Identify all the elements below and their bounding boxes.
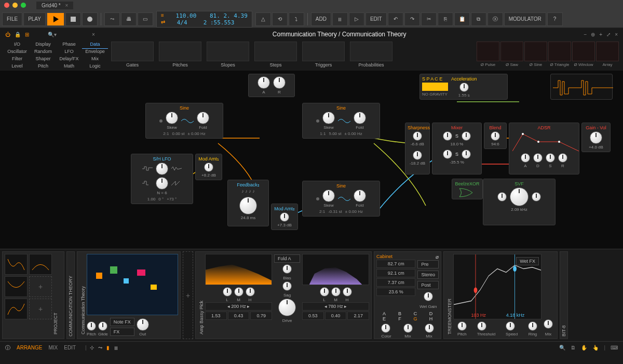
print-button[interactable]: 🖶: [121, 12, 137, 26]
knob[interactable]: [204, 163, 213, 172]
device-commtheory[interactable]: Communication Theory Pitch Glide Note FX…: [77, 251, 181, 339]
module-feedback[interactable]: Feedback₂ ♪ ♪ ♪ ♪ 24.8 ms: [227, 180, 269, 226]
route-icon[interactable]: ⤳: [98, 345, 102, 350]
copy-button[interactable]: ⎘: [438, 12, 453, 26]
edit-tab[interactable]: EDIT: [64, 345, 76, 350]
fx-button[interactable]: FX: [110, 328, 134, 336]
knob-threshold[interactable]: [477, 321, 486, 331]
knob-fold[interactable]: [197, 112, 209, 124]
knob-bias[interactable]: [282, 264, 292, 274]
undo-button[interactable]: ↶: [388, 12, 403, 26]
category-oscillator[interactable]: Oscillator: [4, 49, 30, 56]
category-logic[interactable]: Logic: [82, 63, 108, 71]
file-button[interactable]: FILE: [2, 12, 22, 26]
module-shlfo[interactable]: S/H LFO N = 6 1.000 °+73 °: [131, 154, 193, 204]
knob-speed[interactable]: [506, 321, 515, 331]
cab-slot-C[interactable]: C: [408, 311, 423, 316]
knob-a[interactable]: [258, 76, 270, 89]
cab-slot-A[interactable]: A: [376, 311, 392, 316]
knob-a[interactable]: [521, 153, 530, 163]
paste-button[interactable]: 📋: [454, 12, 470, 26]
panel-button[interactable]: ▭: [138, 12, 153, 26]
mixer-icon[interactable]: ⫼: [114, 345, 119, 350]
module-sine1[interactable]: Sine Skew Fold 2:10.00 st± 0.00 Hz: [145, 103, 223, 139]
knob[interactable]: [532, 192, 541, 201]
category-i/o[interactable]: I/O: [4, 42, 30, 49]
redo-button[interactable]: ↷: [404, 12, 420, 26]
cab-slot-B[interactable]: B: [392, 311, 408, 316]
preview-pitches[interactable]: Pitches: [159, 42, 201, 70]
knob[interactable]: [331, 287, 341, 296]
category-envelope[interactable]: Envelope: [82, 49, 108, 56]
module-gain[interactable]: Gain - Vol +4.0 dB: [581, 123, 611, 152]
power-icon[interactable]: ⏻: [5, 32, 10, 37]
knob[interactable]: [322, 190, 335, 202]
grid-canvas[interactable]: A R Sine Skew Fold 2:10.00 st± 0.00 Hz S…: [0, 71, 623, 249]
module-modamt2[interactable]: Mod Amt₂ +7.3 dB: [271, 204, 298, 230]
help-button[interactable]: ?: [547, 12, 563, 26]
knob-drive[interactable]: [278, 299, 296, 316]
knob[interactable]: [497, 192, 507, 201]
cabinet-icon[interactable]: ⌀: [436, 254, 439, 260]
knob-s[interactable]: [546, 153, 555, 163]
cab-slot-G[interactable]: G: [408, 316, 423, 321]
cut-button[interactable]: ✂: [421, 12, 437, 26]
knob[interactable]: [354, 190, 366, 202]
modulator-button[interactable]: MODULATOR: [504, 12, 546, 26]
hand-icon[interactable]: ✋: [581, 345, 587, 350]
knob-sag[interactable]: [282, 281, 292, 291]
knob[interactable]: [462, 131, 471, 141]
preview-gates[interactable]: Gates: [111, 42, 154, 70]
knob-mix[interactable]: [544, 319, 553, 329]
knob[interactable]: [320, 287, 329, 296]
close-window[interactable]: [4, 3, 9, 8]
knob[interactable]: [425, 323, 434, 333]
lock-icon[interactable]: 🔒: [15, 32, 21, 37]
module-modamt1[interactable]: Mod Amt₁ +8.2 dB: [195, 154, 222, 180]
pulse-window[interactable]: Ø Window: [572, 42, 595, 70]
input-port[interactable]: [316, 197, 319, 200]
knob[interactable]: [239, 197, 257, 214]
device-project[interactable]: + + PROJECT: [2, 251, 64, 339]
metronome-button[interactable]: △: [255, 12, 271, 26]
loop-button[interactable]: ⟲: [272, 12, 288, 26]
knob[interactable]: [443, 131, 452, 141]
category-lfo[interactable]: LFO: [56, 49, 82, 56]
device-cabinet[interactable]: Cabinet⌀ 82.7 cm 92.1 cm 7.37 cm 23.6 % …: [374, 251, 441, 339]
grid-icon[interactable]: ⊞: [25, 32, 29, 37]
knob[interactable]: [413, 131, 422, 141]
module-space[interactable]: S P A C E NO GRAVITY Acceleration 1.55 s: [419, 74, 508, 100]
input-port[interactable]: [316, 119, 319, 123]
freq-1[interactable]: ◂ 200 Hz ▸: [205, 302, 272, 311]
record-button[interactable]: [82, 12, 98, 26]
close-panel-icon[interactable]: ×: [615, 32, 618, 37]
input-port[interactable]: [159, 119, 162, 123]
curve-slot[interactable]: [29, 254, 52, 275]
punch-button[interactable]: ⤵: [289, 12, 304, 26]
grab-icon[interactable]: 👆: [592, 345, 599, 350]
add-device[interactable]: +: [183, 251, 193, 339]
add-button[interactable]: ADD: [311, 12, 331, 26]
bit8-label[interactable]: BIT-8: [560, 251, 568, 339]
close-tab-icon[interactable]: ×: [65, 3, 68, 8]
knob-pitch[interactable]: [87, 321, 96, 331]
node-icon[interactable]: ⊹: [90, 345, 94, 350]
note-fx-button[interactable]: Note FX: [110, 318, 134, 326]
knob-glide[interactable]: [98, 321, 107, 331]
preview-probabilities[interactable]: Probabilities: [350, 42, 392, 70]
category-delay/fx[interactable]: Delay/FX: [56, 56, 82, 63]
curve-slot[interactable]: [5, 276, 28, 297]
knob-h[interactable]: [246, 287, 255, 296]
pulse-sine[interactable]: Ø Sine: [524, 42, 547, 70]
knob[interactable]: [459, 83, 469, 92]
category-shaper[interactable]: Shaper: [30, 56, 56, 63]
pulse-triangle[interactable]: Ø Triangle: [548, 42, 571, 70]
arrange-tab[interactable]: ARRANGE: [17, 345, 42, 350]
cab-slot-H[interactable]: H: [423, 316, 439, 321]
automation-button[interactable]: ⤳: [104, 12, 120, 26]
add-slot[interactable]: +: [29, 299, 52, 319]
preview-slopes[interactable]: Slopes: [207, 42, 249, 70]
delete-button[interactable]: ⓧ: [487, 12, 503, 26]
panel-icon[interactable]: ▮: [106, 345, 110, 350]
knob-cutoff[interactable]: [510, 187, 529, 206]
